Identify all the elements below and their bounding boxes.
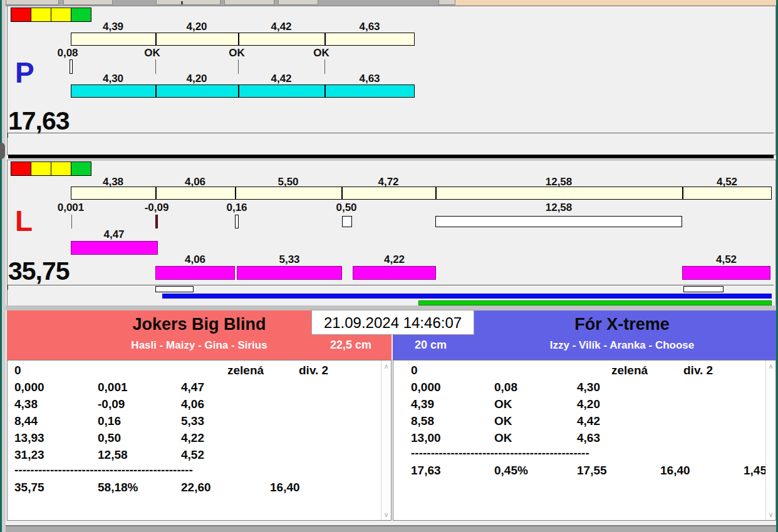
bar-divider <box>235 187 236 199</box>
l-split-bottom-label: 4,06 <box>155 253 235 266</box>
p-official-splits-bar <box>71 33 415 46</box>
scroll-down-icon[interactable]: ∨ <box>382 510 390 519</box>
lane-l-letter: L <box>15 207 33 235</box>
l-marker-box <box>155 286 194 292</box>
team-right-name: Fór X-treme <box>468 315 776 334</box>
scroll-down-icon[interactable]: ∨ <box>767 510 775 519</box>
bar-divider <box>155 33 157 45</box>
datetime-display: 21.09.2024 14:46:07 <box>311 310 474 335</box>
table-cell: 13,00 <box>411 431 441 445</box>
p-split-bottom-label: 4,63 <box>324 73 415 85</box>
l-subpanel-tick <box>8 285 8 290</box>
scroll-up-icon[interactable]: ∧ <box>767 362 775 371</box>
l-mark-label: 0,001 <box>48 202 93 214</box>
table-cell: 0,50 <box>98 431 121 445</box>
table-cell: 5,33 <box>181 414 204 428</box>
traffic-yellow-icon <box>51 161 71 176</box>
p-split-top-label: 4,42 <box>238 21 324 33</box>
traffic-yellow-icon <box>51 8 71 22</box>
traffic-light-p <box>11 8 91 22</box>
total-cell: 1,45 <box>744 464 767 478</box>
bottom-status-strip <box>6 525 776 532</box>
team-left-results-table: 0 zelená div. 2 0,000 0,001 4,47 4,38 -0… <box>7 360 392 521</box>
l-tick-box <box>235 215 239 228</box>
table-cell: 4,63 <box>577 431 600 445</box>
bar-divider <box>435 187 437 199</box>
p-mark-label: OK <box>304 47 339 59</box>
traffic-green-icon <box>71 161 91 176</box>
lane-p-total-time: 17,63 <box>8 108 70 134</box>
table-cell: -0,09 <box>98 397 125 411</box>
l-measured-bar <box>71 241 158 255</box>
p-start-tick <box>70 59 73 74</box>
toolbar-button[interactable] <box>6 0 59 5</box>
table-cell: 12,58 <box>98 448 128 462</box>
light-status: zelená <box>611 364 648 377</box>
l-official-splits-bar <box>71 187 772 200</box>
division: div. 2 <box>299 364 328 377</box>
traffic-red-icon <box>11 8 31 22</box>
toolbar-button[interactable] <box>438 0 455 5</box>
table-cell: 4,52 <box>181 448 204 462</box>
l-fault-tick <box>155 215 158 228</box>
table-separator: ----------------------------------------… <box>14 463 193 477</box>
table-cell: 31,23 <box>14 448 44 462</box>
table-cell: 4,38 <box>14 397 38 411</box>
scroll-up-icon[interactable]: ∧ <box>382 362 390 371</box>
total-percent: 58,18% <box>98 481 138 494</box>
table-cell: 0,001 <box>98 381 128 394</box>
toolbar-button[interactable] <box>224 0 274 5</box>
p-tick <box>324 59 325 74</box>
l-first-split-label: 4,47 <box>91 228 137 241</box>
table-cell: 4,20 <box>577 397 600 411</box>
table-cell: 0,000 <box>14 381 44 394</box>
traffic-green-icon <box>71 8 91 22</box>
l-split-bottom-label: 4,52 <box>682 253 770 266</box>
team-right-dogs: Izzy - Vilík - Aranka - Choose <box>468 339 776 352</box>
l-marker-box <box>683 286 724 292</box>
toolbar-button[interactable] <box>156 0 220 5</box>
lane-l-total-time: 35,75 <box>8 258 70 284</box>
l-measured-bar <box>155 266 235 280</box>
table-cell: 13,93 <box>14 431 44 445</box>
p-tick <box>155 59 156 74</box>
traffic-yellow-icon <box>31 8 51 22</box>
bar-divider <box>238 33 239 45</box>
toolbar-button[interactable] <box>63 0 113 5</box>
window-gutter-left <box>2 0 6 532</box>
table-cell: 4,06 <box>181 397 204 411</box>
table-cell: 4,22 <box>181 431 204 445</box>
table-cell: 4,30 <box>577 381 600 394</box>
l-subpanel-line <box>8 285 774 285</box>
border-knob <box>0 143 5 159</box>
l-split-bottom-label: 4,22 <box>353 253 436 266</box>
l-green-progress-bar <box>418 300 772 305</box>
toolbar-glyph <box>181 1 183 4</box>
total-cell: 17,55 <box>577 464 607 478</box>
bar-divider <box>324 85 326 97</box>
total-time: 35,75 <box>14 481 44 494</box>
l-mark-label: 12,58 <box>536 202 581 214</box>
table-scrollbar[interactable]: ∧ ∨ <box>765 361 775 520</box>
team-right-jump-height: 20 cm <box>398 339 464 352</box>
run-number: 0 <box>14 364 21 377</box>
table-cell: 0,000 <box>411 381 441 394</box>
table-cell: 4,42 <box>577 414 600 428</box>
bar-divider <box>238 85 239 97</box>
table-cell: OK <box>494 431 512 445</box>
table-cell: 8,58 <box>411 414 434 428</box>
p-split-top-label: 4,39 <box>71 21 155 33</box>
bar-divider <box>324 33 326 45</box>
traffic-light-l <box>11 161 91 176</box>
toolbar-button[interactable] <box>278 0 318 5</box>
table-cell: 0,08 <box>494 381 517 394</box>
team-left-jump-height: 22,5 cm <box>313 339 388 352</box>
bar-divider <box>155 187 157 199</box>
total-cell: 16,40 <box>660 464 690 478</box>
run-number: 0 <box>411 364 418 377</box>
traffic-yellow-icon <box>31 161 51 176</box>
table-scrollbar[interactable]: ∧ ∨ <box>381 361 391 520</box>
bar-divider <box>682 187 683 199</box>
division: div. 2 <box>683 364 713 377</box>
lane-divider <box>8 155 774 158</box>
